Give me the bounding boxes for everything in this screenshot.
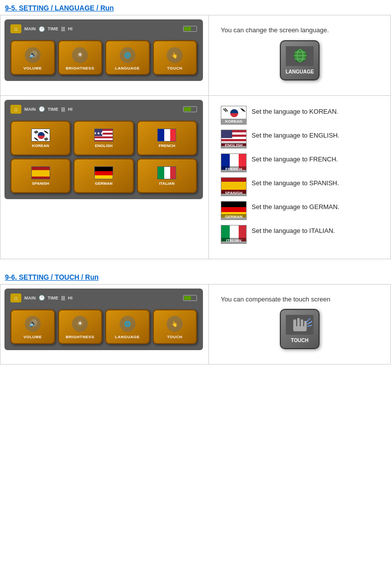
english-entry-text: Set the language to ENGLISH. <box>252 130 339 139</box>
italian-flag-thumb: ITALIAN <box>221 225 247 244</box>
section1-lang-screenshot: MAIN 🕐 TIME ||| HI <box>0 95 209 259</box>
touch-button[interactable]: 👆 TOUCH <box>153 40 197 75</box>
spanish-flag <box>31 166 50 179</box>
touch-icon-3: 👆 <box>166 315 184 333</box>
svg-rect-34 <box>95 139 113 141</box>
svg-rect-48 <box>158 167 164 179</box>
brightness-button-3[interactable]: ☀ BRIGHTNESS <box>58 309 103 344</box>
topbar-hi-2: HI <box>68 107 72 112</box>
svg-text:🌐: 🌐 <box>124 320 131 327</box>
french-flag-thumb: FRENCH <box>221 153 247 172</box>
german-lang-button[interactable]: GERMAN <box>73 158 133 193</box>
brightness-icon-3: ☀ <box>71 315 89 333</box>
svg-rect-35 <box>95 140 113 142</box>
topbar-clock-icon-3: 🕐 <box>39 295 45 300</box>
italian-flag-thumb-label: ITALIAN <box>221 238 246 243</box>
svg-rect-33 <box>95 137 113 139</box>
svg-rect-42 <box>32 170 50 177</box>
section1-lang-list: KOREAN Set the language to KOREAN. <box>209 95 391 259</box>
topbar-time-3: TIME <box>48 295 59 300</box>
svg-rect-67 <box>221 182 247 190</box>
section1-right-desc: You can change the screen language. <box>209 15 391 96</box>
korean-entry-text: Set the language to KOREAN. <box>252 106 338 115</box>
language-icon-3: 🌐 <box>119 315 136 333</box>
section2-right-desc: You can compensate the touch screen <box>209 284 391 365</box>
section2-table: MAIN 🕐 TIME ||| HI <box>0 284 391 365</box>
topbar-bars-3: ||| <box>62 295 65 300</box>
touch-big-button-container: TOUCH <box>221 309 379 349</box>
volume-button[interactable]: 🔊 VOLUME <box>10 40 55 75</box>
volume-label-3: VOLUME <box>23 335 42 339</box>
french-label: FRENCH <box>159 144 175 148</box>
touch-big-label: TOUCH <box>291 338 308 343</box>
german-flag-thumb: GERMAN <box>221 201 247 220</box>
device-topbar-2: MAIN 🕐 TIME ||| HI <box>8 104 199 115</box>
korean-flag-thumb-label: KOREAN <box>221 119 246 124</box>
topbar-main-2: MAIN <box>24 107 36 112</box>
touch-big-button[interactable]: TOUCH <box>280 309 320 349</box>
battery-icon <box>183 26 197 32</box>
home-icon-2 <box>10 105 21 114</box>
svg-text:🔊: 🔊 <box>28 319 37 328</box>
french-flag-svg <box>158 129 176 142</box>
korean-flag <box>31 129 50 142</box>
french-entry-text: Set the language to FRENCH. <box>252 153 338 163</box>
brightness-button[interactable]: ☀ BRIGHTNESS <box>58 40 103 75</box>
lang-entries: KOREAN Set the language to KOREAN. <box>214 101 386 254</box>
english-lang-button[interactable]: ★★★ ENGLISH <box>73 121 133 155</box>
language-button-3[interactable]: 🌐 LANGUAGE <box>105 309 150 344</box>
french-flag <box>157 129 176 142</box>
italian-lang-button[interactable]: ITALIAN <box>137 158 197 193</box>
topbar-hi: HI <box>68 26 72 31</box>
language-icon-btn: 🌐 <box>119 46 136 64</box>
device-topbar-3: MAIN 🕐 TIME ||| HI <box>8 293 199 303</box>
svg-text:👆: 👆 <box>171 52 178 59</box>
topbar-time-2: TIME <box>48 107 59 112</box>
italian-flag-svg <box>158 167 176 179</box>
german-flag-thumb-label: GERMAN <box>221 214 246 220</box>
english-entry: ENGLISH Set the language to ENGLISH. <box>221 130 379 148</box>
battery-fill-3 <box>184 296 191 300</box>
spanish-lang-button[interactable]: SPANISH <box>10 158 70 193</box>
brightness-label: BRIGHTNESS <box>66 66 94 71</box>
german-label: GERMAN <box>95 181 113 186</box>
section1-title: 9-5. SETTING / LANGUAGE / Run <box>0 0 391 15</box>
spanish-entry-text: Set the language to SPANISH. <box>252 177 339 187</box>
language-button[interactable]: 🌐 LANGUAGE <box>105 40 150 75</box>
topbar-main: MAIN <box>24 26 36 31</box>
topbar-time: TIME <box>48 26 59 31</box>
device-topbar-1: MAIN 🕐 TIME ||| HI <box>8 23 199 34</box>
spanish-flag-svg <box>32 167 50 179</box>
german-entry: GERMAN Set the language to GERMAN. <box>221 201 379 220</box>
volume-icon-3: 🔊 <box>24 315 42 333</box>
svg-rect-62 <box>221 130 232 138</box>
section1-table: MAIN 🕐 TIME ||| HI <box>0 15 391 259</box>
touch-button-3[interactable]: 👆 TOUCH <box>153 309 197 344</box>
section1-left-screenshot: MAIN 🕐 TIME ||| HI <box>0 15 209 96</box>
volume-button-3[interactable]: 🔊 VOLUME <box>10 309 55 344</box>
svg-rect-45 <box>95 167 113 171</box>
german-flag <box>94 166 113 179</box>
main-menu-grid: 🔊 VOLUME ☀ BRIGHTNESS <box>8 38 199 77</box>
topbar-main-3: MAIN <box>24 295 36 300</box>
main-menu-grid-3: 🔊 VOLUME ☀ BRIGHTNESS <box>8 307 199 346</box>
section2-description: You can compensate the touch screen <box>221 294 379 304</box>
language-big-button[interactable]: LANGUAGE <box>280 40 320 80</box>
italian-entry-text: Set the language to ITALIAN. <box>252 225 335 234</box>
svg-text:🔊: 🔊 <box>28 51 37 59</box>
language-globe-svg <box>286 47 314 66</box>
topbar-clock-icon: 🕐 <box>39 26 45 32</box>
section1-description: You can change the screen language. <box>221 25 379 35</box>
battery-fill <box>184 27 191 31</box>
english-flag-svg: ★★★ <box>95 129 113 142</box>
language-big-icon <box>286 46 314 66</box>
svg-rect-70 <box>221 202 247 207</box>
section1-row1: MAIN 🕐 TIME ||| HI <box>0 15 391 96</box>
korean-lang-button[interactable]: KOREAN <box>10 121 70 155</box>
touch-icon-svg <box>286 315 314 335</box>
korean-entry: KOREAN Set the language to KOREAN. <box>221 106 379 125</box>
topbar-clock-icon-2: 🕐 <box>39 106 45 112</box>
french-lang-button[interactable]: FRENCH <box>137 121 197 155</box>
topbar-hi-3: HI <box>68 295 72 300</box>
battery-fill-2 <box>184 107 191 111</box>
